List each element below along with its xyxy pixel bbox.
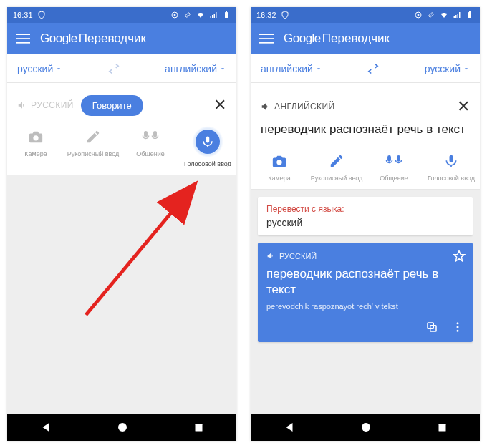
shield-icon: [281, 11, 289, 19]
svg-rect-9: [195, 424, 202, 431]
pencil-icon: [329, 153, 344, 169]
language-bar: английский русский: [251, 54, 480, 83]
tool-camera[interactable]: Камера: [251, 150, 308, 182]
svg-rect-2: [225, 12, 228, 18]
nav-back[interactable]: [39, 421, 52, 434]
phone-right: 16:32 Google Переводчик английский русск…: [251, 7, 480, 441]
svg-point-8: [118, 423, 127, 432]
signal-icon: [453, 11, 461, 19]
chevron-down-icon: [55, 65, 62, 72]
tool-conversation[interactable]: Общение: [122, 126, 179, 167]
nav-back[interactable]: [283, 421, 296, 434]
battery-icon: [466, 11, 474, 19]
detect-header: Перевести с языка:: [266, 204, 464, 214]
status-time: 16:31: [13, 11, 33, 19]
chevron-down-icon: [315, 65, 322, 72]
content-area: Перевести с языка: русский РУССКИЙ перев…: [251, 190, 480, 414]
result-text: переводчик распознаёт речь в текст: [266, 266, 464, 298]
speaker-icon: [266, 251, 276, 260]
input-text[interactable]: переводчик распознаёт речь в текст: [251, 122, 480, 146]
svg-point-21: [457, 330, 459, 332]
phone-left: 16:31 Google Переводчик русский английск…: [7, 7, 236, 441]
swap-icon[interactable]: [367, 62, 380, 75]
svg-rect-6: [16, 42, 30, 44]
tool-handwrite[interactable]: Рукописный ввод: [64, 126, 122, 167]
nav-bar: [251, 414, 480, 441]
app-bar: Google Переводчик: [251, 23, 480, 54]
svg-rect-4: [16, 34, 30, 35]
clear-button[interactable]: ✕: [457, 97, 470, 116]
swap-icon[interactable]: [107, 62, 120, 75]
link-icon: [427, 11, 435, 19]
tool-conversation[interactable]: Общение: [365, 150, 423, 182]
chevron-down-icon: [219, 65, 226, 72]
target-icon: [170, 11, 179, 19]
source-language-label: РУССКИЙ: [17, 100, 74, 110]
tool-camera[interactable]: Камера: [7, 126, 64, 167]
signal-icon: [209, 11, 218, 19]
input-zone: РУССКИЙ Говорите ✕: [7, 83, 236, 122]
nav-bar: [7, 414, 236, 441]
camera-icon: [271, 153, 287, 169]
pencil-icon: [85, 129, 101, 145]
more-icon[interactable]: [451, 321, 464, 333]
tools-row: Камера Рукописный ввод Общение Голосовой…: [7, 122, 236, 175]
svg-point-20: [457, 326, 459, 328]
link-icon: [183, 11, 192, 19]
lang-from[interactable]: русский: [17, 63, 62, 74]
star-icon[interactable]: [453, 250, 466, 263]
svg-rect-16: [259, 42, 274, 44]
lang-to[interactable]: русский: [425, 63, 470, 74]
mic-icon: [201, 135, 214, 148]
content-area: [7, 175, 236, 414]
source-language-label[interactable]: АНГЛИЙСКИЙ: [261, 102, 335, 112]
lang-from[interactable]: английский: [261, 63, 322, 74]
battery-icon: [222, 11, 231, 19]
nav-recent[interactable]: [437, 422, 448, 433]
detect-language: русский: [266, 217, 464, 228]
speaker-icon: [17, 100, 27, 110]
two-mic-icon: [141, 129, 160, 145]
card-actions: [266, 321, 464, 333]
language-bar: русский английский: [7, 54, 236, 83]
detect-language-card[interactable]: Перевести с языка: русский: [258, 197, 473, 235]
camera-icon: [28, 129, 44, 145]
wifi-icon: [196, 11, 205, 19]
menu-icon[interactable]: [259, 31, 274, 46]
svg-point-11: [418, 14, 419, 16]
menu-icon[interactable]: [16, 31, 30, 46]
svg-point-22: [362, 423, 370, 432]
lang-to[interactable]: английский: [165, 63, 226, 74]
speak-chip: Говорите: [81, 95, 143, 116]
status-time: 16:32: [256, 11, 276, 19]
nav-home[interactable]: [360, 422, 372, 433]
tool-voice[interactable]: Голосовой ввод: [179, 126, 236, 167]
status-bar: 16:31: [7, 7, 236, 23]
tool-handwrite[interactable]: Рукописный ввод: [308, 150, 365, 182]
nav-recent[interactable]: [193, 422, 204, 433]
translation-card[interactable]: РУССКИЙ переводчик распознаёт речь в тек…: [258, 243, 473, 342]
svg-point-1: [174, 14, 175, 16]
target-icon: [414, 11, 423, 19]
tool-voice[interactable]: Голосовой ввод: [423, 150, 480, 182]
wifi-icon: [440, 11, 448, 19]
svg-rect-14: [259, 34, 274, 35]
result-source-label[interactable]: РУССКИЙ: [266, 251, 464, 260]
app-title: Google Переводчик: [284, 31, 390, 46]
nav-home[interactable]: [117, 422, 128, 433]
svg-rect-15: [259, 38, 274, 39]
input-zone: АНГЛИЙСКИЙ ✕: [251, 83, 480, 122]
shield-icon: [37, 11, 46, 19]
svg-rect-23: [438, 424, 445, 431]
svg-rect-3: [226, 11, 227, 12]
chevron-down-icon: [463, 65, 470, 72]
tools-row: Камера Рукописный ввод Общение Голосовой…: [251, 146, 480, 190]
app-bar: Google Переводчик: [7, 23, 236, 54]
svg-rect-5: [16, 38, 30, 39]
mic-icon: [444, 154, 458, 168]
app-title: Google Переводчик: [40, 31, 146, 46]
speaker-icon: [261, 102, 271, 112]
svg-rect-13: [469, 11, 471, 12]
copy-icon[interactable]: [425, 321, 438, 333]
clear-button[interactable]: ✕: [213, 96, 226, 115]
